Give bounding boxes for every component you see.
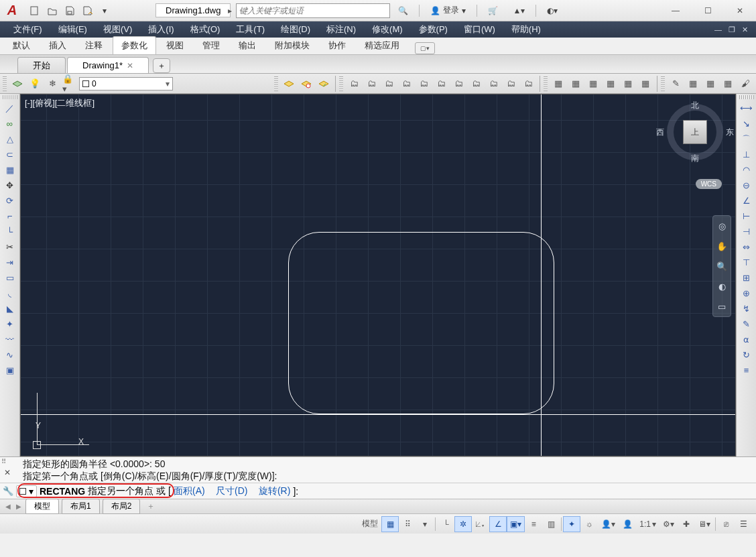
spline-icon[interactable]: ∿ [2,347,18,363]
status-custom-icon[interactable]: ☰ [735,516,752,532]
extend-icon[interactable]: └ [2,224,18,239]
ribbon-tab[interactable]: 管理 [194,36,229,54]
chamfer-icon[interactable]: ◣ [2,301,18,316]
prop-1-icon[interactable]: ▦ [550,76,566,92]
file-tab[interactable]: Drawing1*✕ [67,57,149,73]
status-scale[interactable]: 1:1 ▾ [636,516,659,532]
layeriso-8-icon[interactable]: 🗂 [468,76,484,92]
match-3-icon[interactable]: ▦ [702,76,718,92]
layer-tool-3-icon[interactable] [316,76,332,92]
ribbon-tab[interactable]: 视图 [158,36,192,54]
menu-item[interactable]: 绘图(D) [273,21,318,38]
menu-item[interactable]: 窗口(W) [456,21,503,38]
layeriso-1-icon[interactable]: 🗂 [346,76,362,92]
status-sel-1-icon[interactable]: 👤▾ [598,516,619,532]
layout-next-icon[interactable]: ▶ [15,503,23,510]
login-button[interactable]: 👤 登录 ▾ [426,3,470,18]
block-icon[interactable]: ▣ [2,363,18,378]
command-option[interactable]: 旋转(R) [259,485,290,497]
new-icon[interactable] [27,3,43,19]
command-chip[interactable]: ▾ [16,485,37,497]
dim-edit-icon[interactable]: ✎ [739,316,755,332]
status-qp-icon[interactable]: ☼ [580,516,598,532]
ribbon-tab[interactable]: 默认 [4,36,39,54]
nav-pan-icon[interactable]: ✋ [714,239,729,253]
rotate-icon[interactable]: ⟳ [2,193,18,208]
status-iso-icon[interactable]: ⟀▾ [472,516,489,532]
viewcube-north[interactable]: 北 [691,100,699,111]
command-options-icon[interactable]: 🔧 [3,486,13,496]
cmd-handle-icon[interactable]: ⠿ [1,456,6,465]
offset-icon[interactable]: ⊂ [2,147,18,162]
menu-item[interactable]: 插入(I) [140,21,182,38]
status-sel-2-icon[interactable]: 👤 [619,516,636,532]
command-close-icon[interactable]: ✕ [4,467,11,479]
array-icon[interactable]: ▦ [2,162,18,178]
layer-tool-2-icon[interactable] [298,76,314,92]
maximize-button[interactable]: ☐ [692,0,724,21]
menu-item[interactable]: 帮助(H) [503,21,549,38]
layout-tab[interactable]: 布局1 [62,499,100,514]
grip-icon[interactable] [339,76,343,91]
status-snap-icon[interactable]: ⠿ [399,516,416,532]
status-tpy-icon[interactable]: ▥ [542,516,560,532]
wcs-badge[interactable]: WCS [696,179,722,189]
cart-icon[interactable]: 🛒 [484,3,502,18]
layout-prev-icon[interactable]: ◀ [4,503,12,510]
ribbon-tab[interactable]: 附加模块 [266,36,318,54]
menu-item[interactable]: 修改(M) [364,21,411,38]
status-grid-icon[interactable]: ▦ [381,516,399,532]
app-logo[interactable]: A [0,0,24,21]
nav-showmotion-icon[interactable]: ▭ [714,299,729,314]
scissors-icon[interactable]: ✂ [2,239,18,255]
search-input[interactable] [239,6,387,15]
match-1-icon[interactable]: ✎ [668,76,684,92]
save-icon[interactable] [62,3,78,19]
grip-icon[interactable] [274,76,278,91]
dim-tol-icon[interactable]: ⊞ [739,270,755,286]
dim-diam-icon[interactable]: ⊖ [739,178,755,193]
ribbon-expand-icon[interactable]: ▢▾ [415,42,435,54]
menu-item[interactable]: 视图(V) [95,21,140,38]
prop-6-icon[interactable]: ▦ [637,76,653,92]
viewcube-west[interactable]: 西 [656,127,664,138]
status-dyn-icon[interactable]: ✦ [563,516,580,532]
menu-item[interactable]: 工具(T) [228,21,273,38]
mdi-close-icon[interactable]: ✕ [739,24,751,36]
layeriso-5-icon[interactable]: 🗂 [416,76,432,92]
grip-icon[interactable] [661,76,665,91]
nav-orbit-icon[interactable]: ◐ [714,279,729,294]
viewcube-south[interactable]: 南 [691,153,699,164]
dim-style-icon[interactable]: ≡ [739,363,755,378]
status-anno-2-icon[interactable]: 🖥▾ [695,516,714,532]
grip-icon[interactable] [3,76,7,91]
dim-tedit-icon[interactable]: ⍺ [739,332,755,347]
menu-item[interactable]: 参数(P) [411,21,456,38]
dim-break-icon[interactable]: ⊤ [739,255,755,270]
layeriso-4-icon[interactable]: 🗂 [398,76,414,92]
viewcube-east[interactable]: 东 [726,127,734,138]
grip-icon[interactable] [544,76,548,91]
search-box[interactable] [236,3,390,18]
dim-center-icon[interactable]: ⊕ [739,286,755,301]
layer-dropdown[interactable]: 0 ▾ [79,77,173,90]
layer-tool-1-icon[interactable] [281,76,297,92]
prop-2-icon[interactable]: ▦ [568,76,584,92]
layer-freeze-icon[interactable]: ❄ [44,76,60,92]
trim-icon[interactable]: ⌐ [2,208,18,224]
status-osnap-icon[interactable]: ▣▾ [507,516,525,532]
status-polar-icon[interactable]: ✲ [454,516,472,532]
layout-tab[interactable]: 布局2 [103,499,141,514]
match-2-icon[interactable]: ▦ [685,76,701,92]
dim-linear-icon[interactable]: ⟷ [739,101,755,116]
help-icon[interactable]: ◐▾ [543,3,562,18]
status-gear-icon[interactable]: ⚙▾ [659,516,678,532]
command-line[interactable]: 🔧 ▾ RECTANG 指定另一个角点或 [ 面积(A) 尺寸(D) 旋转(R)… [0,483,756,499]
layeriso-2-icon[interactable]: 🗂 [363,76,379,92]
prop-3-icon[interactable]: ▦ [585,76,601,92]
minimize-button[interactable]: — [659,0,692,21]
grip-icon[interactable] [739,95,754,99]
add-tab-button[interactable]: ＋ [153,58,170,73]
viewport-label[interactable]: [-][俯视][二维线框] [25,97,94,109]
layout-add-icon[interactable]: ＋ [143,501,159,512]
